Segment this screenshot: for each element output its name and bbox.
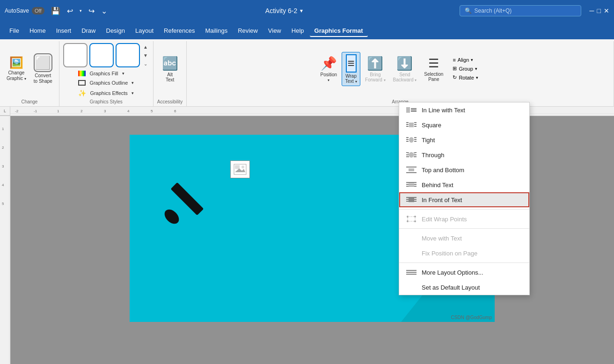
- wrap-text-dropdown: In Line with Text Square: [399, 102, 530, 295]
- svg-text:-1: -1: [34, 109, 37, 113]
- dropdown-behind-text[interactable]: Behind Text: [399, 177, 529, 192]
- square-icon-svg: [406, 121, 417, 129]
- minimize-icon[interactable]: ─: [590, 7, 594, 15]
- menu-references[interactable]: References: [159, 24, 199, 37]
- dropdown-move-with-text: Move with Text: [399, 231, 529, 246]
- behind-text-label: Behind Text: [422, 182, 453, 189]
- customize-icon[interactable]: ⌄: [99, 5, 109, 17]
- ribbon-group-accessibility: 🔤 AltText Accessibility: [154, 41, 187, 106]
- maximize-icon[interactable]: □: [597, 7, 601, 15]
- group-dropdown-icon[interactable]: ▾: [475, 66, 477, 71]
- set-default-label: Set as Default Layout: [422, 284, 480, 291]
- shape-scroll-more[interactable]: ⌄: [142, 60, 149, 67]
- menu-layout[interactable]: Layout: [131, 24, 158, 37]
- menu-design[interactable]: Design: [102, 24, 130, 37]
- menu-home[interactable]: Home: [25, 24, 51, 37]
- graphics-fill-button[interactable]: Graphics Fill ▾: [75, 69, 137, 78]
- rotate-dropdown-icon[interactable]: ▾: [476, 75, 478, 80]
- graphics-options: Graphics Fill ▾ Graphics Outline ▾ ✨ Gra…: [75, 69, 137, 98]
- shape-style-1[interactable]: [63, 43, 88, 67]
- group-button[interactable]: ⊞ Group ▾: [450, 65, 481, 73]
- dropdown-divider-3: [399, 262, 529, 263]
- svg-text:-2: -2: [15, 109, 19, 113]
- svg-line-44: [406, 153, 409, 153]
- svg-text:3: 3: [2, 164, 4, 168]
- shape-style-3[interactable]: [116, 43, 140, 67]
- autosave-control[interactable]: AutoSave Off: [5, 7, 44, 15]
- graphics-effects-icon: ✨: [78, 89, 86, 97]
- shape-scroll-down[interactable]: ▼: [142, 51, 149, 59]
- graphics-effects-button[interactable]: ✨ Graphics Effects ▾: [75, 88, 137, 98]
- graphics-styles-shapes: ▲ ▼ ⌄: [63, 43, 149, 67]
- undo-dropdown-icon[interactable]: ▾: [78, 7, 84, 15]
- selection-pane-icon: ☰: [428, 56, 439, 71]
- align-button[interactable]: ≡ Align ▾: [450, 56, 481, 64]
- dropdown-more-layout[interactable]: More Layout Options...: [399, 265, 529, 280]
- rotate-button[interactable]: ↻ Rotate ▾: [450, 73, 481, 81]
- menu-graphics-format[interactable]: Graphics Format: [310, 24, 368, 37]
- dropdown-infront-text[interactable]: In Front of Text: [399, 192, 529, 207]
- more-layout-label: More Layout Options...: [422, 269, 483, 276]
- menu-mailings[interactable]: Mailings: [201, 24, 233, 37]
- menu-view[interactable]: View: [263, 24, 286, 37]
- change-graphic-button[interactable]: 🖼️ ChangeGraphic ▾: [4, 54, 29, 83]
- undo-icon[interactable]: ↩: [65, 5, 75, 17]
- dropdown-inline-text[interactable]: In Line with Text: [399, 102, 529, 117]
- accessibility-content: 🔤 AltText: [159, 41, 181, 98]
- behind-icon-svg: [406, 181, 417, 189]
- dropdown-through[interactable]: Through: [399, 147, 529, 162]
- dropdown-tight[interactable]: Tight: [399, 132, 529, 147]
- svg-rect-61: [408, 217, 415, 221]
- top-bottom-icon: [406, 166, 417, 174]
- shape-scroll-up[interactable]: ▲: [142, 43, 149, 51]
- menu-review[interactable]: Review: [233, 24, 263, 37]
- shape-style-2[interactable]: [89, 43, 114, 67]
- graphics-outline-button[interactable]: Graphics Outline ▾: [75, 79, 137, 87]
- menu-insert[interactable]: Insert: [51, 24, 76, 37]
- fix-position-label: Fix Position on Page: [422, 250, 477, 257]
- selection-pane-button[interactable]: ☰ SelectionPane: [421, 54, 446, 84]
- convert-to-shape-button[interactable]: ⬜ Convertto Shape: [31, 51, 55, 86]
- send-backward-button[interactable]: ⬇️ SendBackward ▾: [390, 54, 420, 84]
- dropdown-square[interactable]: Square: [399, 117, 529, 132]
- dropdown-top-bottom[interactable]: Top and Bottom: [399, 162, 529, 177]
- graphics-outline-dropdown[interactable]: ▾: [132, 80, 134, 85]
- menu-help[interactable]: Help: [287, 24, 309, 37]
- svg-line-45: [414, 153, 417, 153]
- fix-position-icon: [406, 249, 417, 257]
- search-bar[interactable]: 🔍 Search (Alt+Q): [460, 5, 581, 16]
- brush-graphic: [158, 172, 223, 234]
- svg-rect-60: [409, 197, 414, 202]
- svg-rect-25: [406, 107, 410, 113]
- save-icon[interactable]: 💾: [49, 5, 62, 17]
- more-layout-icon: [406, 268, 417, 277]
- doc-title-dropdown[interactable]: ▾: [300, 7, 303, 14]
- through-label: Through: [422, 152, 444, 159]
- graphics-effects-dropdown[interactable]: ▾: [132, 91, 134, 95]
- alt-text-button[interactable]: 🔤 AltText: [159, 54, 181, 84]
- redo-icon[interactable]: ↪: [87, 5, 96, 17]
- rotate-icon: ↻: [453, 74, 457, 80]
- change-graphic-icon: 🖼️: [9, 56, 23, 69]
- svg-rect-29: [409, 123, 414, 127]
- image-placeholder: [230, 160, 250, 178]
- bring-forward-button[interactable]: ⬆️ BringForward ▾: [362, 54, 388, 84]
- square-label: Square: [422, 122, 441, 129]
- align-label: Align: [458, 57, 469, 63]
- position-button[interactable]: 📌 Position▾: [318, 54, 340, 84]
- infront-icon-svg: [406, 196, 417, 204]
- svg-point-62: [407, 216, 409, 218]
- dropdown-fix-position: Fix Position on Page: [399, 246, 529, 261]
- tight-label: Tight: [422, 137, 435, 144]
- close-icon[interactable]: ✕: [604, 7, 609, 15]
- graphics-fill-dropdown[interactable]: ▾: [122, 71, 124, 76]
- brush-svg: [158, 172, 223, 233]
- dropdown-set-default[interactable]: Set as Default Layout: [399, 280, 529, 295]
- menu-file[interactable]: File: [5, 24, 24, 37]
- more-layout-svg: [406, 269, 417, 276]
- autosave-toggle[interactable]: Off: [32, 7, 44, 15]
- quick-access-toolbar: 💾 ↩ ▾ ↪ ⌄: [49, 5, 109, 17]
- align-dropdown-icon[interactable]: ▾: [471, 58, 473, 62]
- wrap-text-button[interactable]: ≡ WrapText ▾: [342, 52, 360, 86]
- menu-draw[interactable]: Draw: [77, 24, 100, 37]
